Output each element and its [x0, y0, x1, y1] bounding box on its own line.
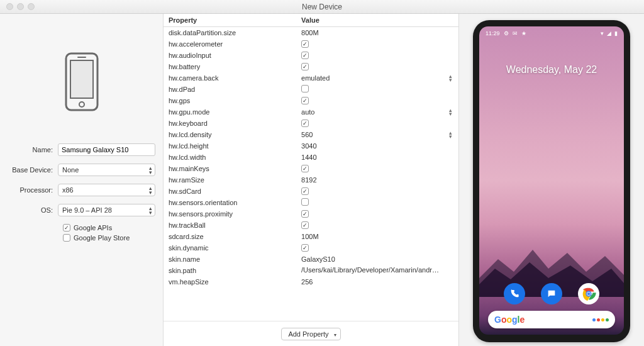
property-name: hw.gpu.mode: [164, 106, 296, 118]
table-row[interactable]: hw.sdCard✓: [164, 186, 458, 197]
base-device-select[interactable]: None▴▾: [58, 164, 155, 176]
col-property-header[interactable]: Property: [164, 14, 296, 27]
table-row[interactable]: hw.dPad: [164, 84, 458, 95]
table-row[interactable]: disk.dataPartition.size800M: [164, 27, 458, 38]
table-row[interactable]: sdcard.size100M: [164, 231, 458, 242]
text-value: 1440: [301, 153, 316, 161]
property-value[interactable]: auto▴▾: [296, 106, 458, 118]
property-name: hw.sdCard: [164, 186, 296, 197]
property-value[interactable]: emulated▴▾: [296, 72, 458, 84]
checkbox[interactable]: ✓: [301, 187, 309, 195]
svg-point-7: [587, 293, 591, 296]
table-row[interactable]: hw.sensors.proximity✓: [164, 208, 458, 220]
play-store-checkbox[interactable]: [63, 234, 70, 242]
property-name: skin.path: [164, 265, 296, 276]
window: New Device Name: Base Device:: [0, 0, 644, 346]
table-row[interactable]: hw.battery✓: [164, 61, 458, 72]
mid-pane: Property Value disk.dataPartition.size80…: [164, 14, 458, 346]
select-value: emulated: [301, 74, 330, 82]
checkbox[interactable]: [301, 198, 309, 206]
checkbox[interactable]: ✓: [301, 97, 309, 104]
table-row[interactable]: skin.nameGalaxyS10: [164, 254, 458, 265]
table-row[interactable]: hw.mainKeys✓: [164, 163, 458, 174]
assistant-icon: [592, 318, 609, 321]
titlebar: New Device: [0, 0, 644, 14]
property-name: disk.dataPartition.size: [164, 27, 296, 38]
table-row[interactable]: hw.ramSize8192: [164, 174, 458, 186]
property-value[interactable]: ✓: [296, 163, 458, 174]
property-value[interactable]: [296, 84, 458, 95]
property-value[interactable]: 560▴▾: [296, 129, 458, 140]
property-name: hw.sensors.proximity: [164, 208, 296, 220]
name-input[interactable]: [58, 143, 155, 156]
table-row[interactable]: hw.accelerometer✓: [164, 38, 458, 50]
checkbox[interactable]: ✓: [301, 63, 309, 70]
name-label: Name:: [8, 146, 58, 153]
property-value[interactable]: ✓: [296, 38, 458, 50]
property-value[interactable]: ✓: [296, 118, 458, 129]
table-row[interactable]: hw.lcd.density560▴▾: [164, 129, 458, 140]
checkbox[interactable]: ✓: [301, 210, 309, 218]
table-row[interactable]: vm.heapSize256: [164, 276, 458, 287]
add-property-button[interactable]: Add Property ▾: [281, 328, 340, 340]
checkbox[interactable]: ✓: [301, 120, 309, 127]
property-table: Property Value disk.dataPartition.size80…: [164, 14, 458, 287]
property-value[interactable]: 800M: [296, 27, 458, 38]
property-name: skin.dynamic: [164, 242, 296, 254]
property-value[interactable]: ✓: [296, 208, 458, 220]
property-value[interactable]: ✓: [296, 61, 458, 72]
table-row[interactable]: skin.dynamic✓: [164, 242, 458, 254]
property-value[interactable]: ✓: [296, 220, 458, 231]
checkbox[interactable]: ✓: [301, 165, 309, 172]
table-row[interactable]: hw.gps✓: [164, 95, 458, 106]
property-value[interactable]: 1440: [296, 152, 458, 163]
property-value[interactable]: GalaxyS10: [296, 254, 458, 265]
property-value[interactable]: ✓: [296, 186, 458, 197]
base-device-label: Base Device:: [8, 166, 58, 174]
processor-value: x86: [62, 186, 74, 194]
property-name: hw.camera.back: [164, 72, 296, 84]
property-value[interactable]: 256: [296, 276, 458, 287]
property-name: hw.accelerometer: [164, 38, 296, 50]
table-row[interactable]: hw.camera.backemulated▴▾: [164, 72, 458, 84]
col-value-header[interactable]: Value: [296, 14, 458, 27]
processor-select[interactable]: x86▴▾: [58, 184, 155, 196]
property-name: sdcard.size: [164, 231, 296, 242]
property-value[interactable]: [296, 197, 458, 208]
table-row[interactable]: hw.gpu.modeauto▴▾: [164, 106, 458, 118]
table-row[interactable]: hw.lcd.width1440: [164, 152, 458, 163]
gear-icon: ⚙: [504, 30, 509, 36]
checkbox[interactable]: ✓: [301, 221, 309, 229]
checkbox[interactable]: [301, 85, 309, 92]
property-name: hw.keyboard: [164, 118, 296, 129]
property-value[interactable]: /Users/kai/Library/Developer/Xamarin/and…: [296, 265, 458, 276]
table-row[interactable]: hw.audioInput✓: [164, 50, 458, 61]
property-value[interactable]: 8192: [296, 174, 458, 186]
table-row[interactable]: hw.sensors.orientation: [164, 197, 458, 208]
table-row[interactable]: skin.path/Users/kai/Library/Developer/Xa…: [164, 265, 458, 276]
property-name: hw.lcd.height: [164, 140, 296, 152]
table-row[interactable]: hw.trackBall✓: [164, 220, 458, 231]
battery-icon: ▮: [614, 30, 618, 36]
property-value[interactable]: ✓: [296, 50, 458, 61]
property-table-container[interactable]: Property Value disk.dataPartition.size80…: [164, 14, 458, 321]
checkbox[interactable]: ✓: [301, 244, 309, 252]
checkbox[interactable]: ✓: [301, 40, 309, 48]
svg-point-2: [79, 102, 84, 107]
os-select[interactable]: Pie 9.0 – API 28▴▾: [58, 204, 155, 216]
table-row[interactable]: hw.lcd.height3040: [164, 140, 458, 152]
checkbox[interactable]: ✓: [301, 52, 309, 59]
property-value[interactable]: 3040: [296, 140, 458, 152]
table-row[interactable]: hw.keyboard✓: [164, 118, 458, 129]
property-value[interactable]: ✓: [296, 95, 458, 106]
property-value[interactable]: 100M: [296, 231, 458, 242]
device-preview-frame: 11:29 ⚙ ✉ ★ ▾ ◢ ▮ Wednesday, May 22: [473, 20, 630, 342]
property-name: hw.lcd.width: [164, 152, 296, 163]
google-apis-checkbox[interactable]: ✓: [63, 224, 70, 232]
add-property-area: Add Property ▾: [164, 321, 458, 346]
property-value[interactable]: ✓: [296, 242, 458, 254]
device-preview-screen: 11:29 ⚙ ✉ ★ ▾ ◢ ▮ Wednesday, May 22: [479, 26, 624, 335]
google-search-bar: Google: [488, 311, 615, 328]
os-label: OS:: [8, 206, 58, 214]
property-name: hw.ramSize: [164, 174, 296, 186]
